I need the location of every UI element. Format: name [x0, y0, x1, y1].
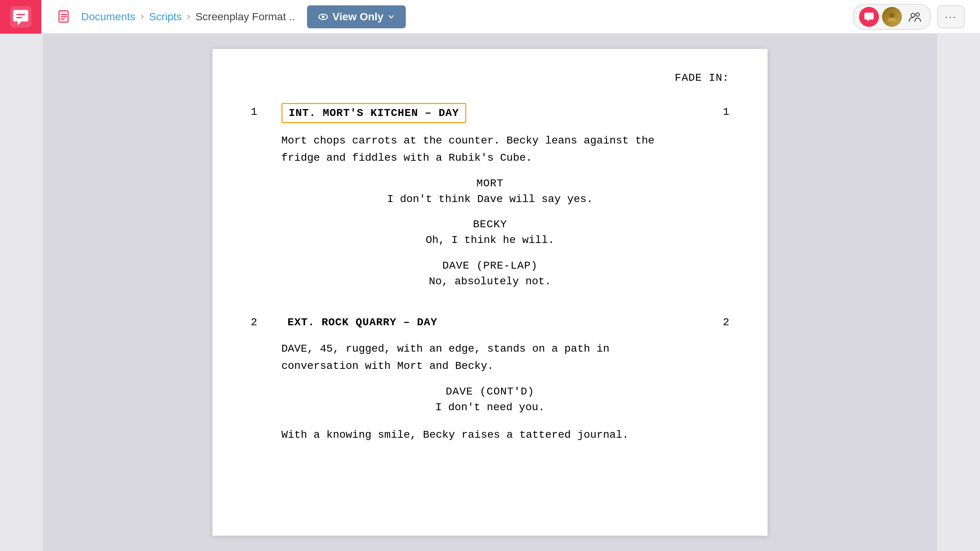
dialogue-dave-prelap-line1: No, absolutely not.	[429, 273, 551, 290]
document-icon	[57, 9, 72, 24]
dialogue-dave-contd-line1: I don't need you.	[435, 399, 545, 416]
scene-number-right-2: 2	[706, 313, 729, 328]
navbar: Documents › Scripts › Screenplay Format …	[0, 0, 980, 34]
breadcrumb-documents[interactable]: Documents	[81, 11, 136, 23]
breadcrumb-scripts[interactable]: Scripts	[149, 11, 182, 23]
dialogue-becky-line1: Oh, I think he will.	[426, 232, 554, 249]
avatar-group	[853, 4, 931, 30]
left-sidebar	[0, 34, 43, 551]
character-becky: BECKY	[473, 218, 507, 230]
document-wrapper: FADE IN: 1 INT. MORT'S KITCHEN – DAY 1 M…	[43, 34, 937, 551]
scene-heading-wrapper-1: INT. MORT'S KITCHEN – DAY	[281, 103, 706, 123]
breadcrumb: Documents › Scripts › Screenplay Format …	[81, 11, 295, 23]
action-text-3: With a knowing smile, Becky raises a tat…	[281, 427, 706, 444]
character-mort: MORT	[476, 178, 503, 189]
scene-heading-1: INT. MORT'S KITCHEN – DAY	[281, 103, 466, 123]
scene-number-right-1: 1	[706, 103, 729, 118]
view-only-button[interactable]: View Only	[307, 5, 405, 28]
main-area: FADE IN: 1 INT. MORT'S KITCHEN – DAY 1 M…	[0, 34, 980, 551]
right-sidebar	[937, 34, 980, 551]
user-avatar-icon	[886, 11, 898, 23]
scene-heading-wrapper-2: EXT. ROCK QUARRY – DAY	[281, 313, 706, 331]
character-dave-contd: DAVE (CONT'D)	[446, 386, 534, 398]
dialogue-block-dave-prelap: DAVE (PRE-LAP) No, absolutely not.	[251, 260, 729, 290]
avatar-pink[interactable]	[859, 7, 879, 27]
svg-point-4	[889, 13, 895, 18]
breadcrumb-separator-1: ›	[139, 11, 145, 23]
scene-block-1: 1 INT. MORT'S KITCHEN – DAY 1 Mort chops…	[251, 103, 729, 290]
app-logo[interactable]	[0, 0, 41, 34]
scene-row-2: 2 EXT. ROCK QUARRY – DAY 2	[251, 313, 729, 331]
dialogue-block-mort: MORT I don't think Dave will say yes.	[251, 178, 729, 208]
svg-point-5	[911, 13, 915, 17]
svg-point-6	[916, 13, 919, 16]
dialogue-mort-line1: I don't think Dave will say yes.	[387, 191, 593, 208]
dialogue-block-dave-contd: DAVE (CONT'D) I don't need you.	[251, 386, 729, 416]
scene-row-1: 1 INT. MORT'S KITCHEN – DAY 1	[251, 103, 729, 123]
navbar-left: Documents › Scripts › Screenplay Format …	[41, 5, 853, 28]
svg-point-3	[322, 15, 325, 18]
people-icon	[907, 9, 923, 24]
character-dave-prelap: DAVE (PRE-LAP)	[442, 260, 537, 272]
document: FADE IN: 1 INT. MORT'S KITCHEN – DAY 1 M…	[212, 49, 768, 536]
nav-document-button[interactable]	[54, 6, 75, 28]
app-logo-icon	[10, 6, 31, 28]
breadcrumb-separator-2: ›	[186, 11, 192, 23]
view-only-label: View Only	[332, 11, 383, 23]
avatar-user[interactable]	[882, 7, 902, 27]
scene-block-2: 2 EXT. ROCK QUARRY – DAY 2 DAVE, 45, rug…	[251, 313, 729, 444]
fade-in: FADE IN:	[251, 72, 729, 84]
breadcrumb-current: Screenplay Format ..	[195, 11, 295, 23]
scene-heading-2: EXT. ROCK QUARRY – DAY	[281, 313, 444, 331]
navbar-right: ···	[853, 4, 980, 30]
chevron-down-icon	[387, 13, 395, 21]
people-button[interactable]	[905, 7, 925, 27]
scene-number-left-1: 1	[251, 103, 281, 118]
dialogue-block-becky: BECKY Oh, I think he will.	[251, 218, 729, 249]
chat-icon	[863, 11, 875, 23]
action-text-1: Mort chops carrots at the counter. Becky…	[281, 132, 706, 167]
more-button[interactable]: ···	[937, 5, 965, 28]
eye-icon	[318, 11, 328, 22]
scene-number-left-2: 2	[251, 313, 281, 328]
action-text-2: DAVE, 45, rugged, with an edge, stands o…	[281, 341, 706, 375]
